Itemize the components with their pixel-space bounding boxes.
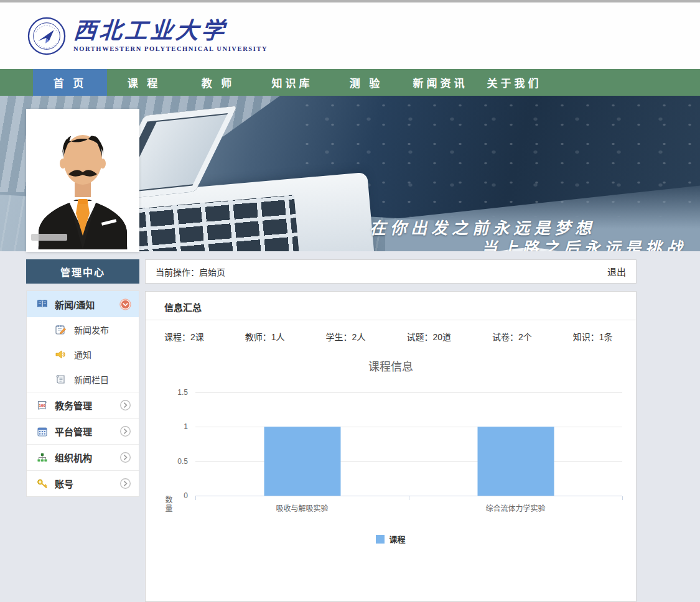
sidebar-item-account[interactable]: 账号 — [27, 470, 139, 496]
chart-gridline — [195, 392, 622, 393]
nav-item-news[interactable]: 新闻资讯 — [403, 69, 477, 96]
university-logo[interactable]: 西北工业大学 NORTHWESTERN POLYTECHNICAL UNIVER… — [27, 17, 268, 55]
key-icon — [36, 478, 49, 490]
stat-students: 学生：2人 — [326, 330, 366, 343]
course-chart: 课程信息 数量 00.511.5 吸收与解吸实验综合流体力学实验 课程 — [146, 349, 636, 545]
avatar-watermark — [31, 234, 67, 241]
sidebar-subitem-label: 通知 — [74, 348, 139, 361]
nav-item-courses[interactable]: 课 程 — [107, 69, 181, 96]
legend-swatch — [376, 535, 385, 544]
chart-gridline — [195, 427, 622, 427]
speaker-icon — [54, 348, 67, 361]
chart-ytick-label: 1 — [184, 422, 188, 431]
sidebar-subitem-label: 新闻栏目 — [74, 373, 139, 386]
sidebar-item-organization[interactable]: 组织机构 — [27, 444, 139, 470]
chart-bar[interactable] — [477, 427, 554, 496]
chart-title: 课程信息 — [146, 358, 636, 384]
scroll-icon — [54, 373, 67, 386]
chart-xtick — [195, 496, 196, 500]
document-100-icon: 100 — [36, 399, 49, 412]
sidebar-item-label: 平台管理 — [55, 425, 119, 438]
summary-panel: 信息汇总 课程：2课 教师：1人 学生：2人 试题：20道 试卷：2个 知识：1… — [145, 291, 637, 602]
user-avatar — [26, 109, 139, 252]
admin-center-header: 管理中心 — [26, 259, 139, 284]
page: 西北工业大学 NORTHWESTERN POLYTECHNICAL UNIVER… — [0, 0, 700, 602]
main-nav: 首 页 课 程 教 师 知识库 测 验 新闻资讯 关于我们 — [0, 69, 700, 96]
sidebar-item-academic-management[interactable]: 100 教务管理 — [27, 392, 139, 418]
chevron-right-circle-icon — [119, 478, 131, 489]
sidebar-subitem-label: 新闻发布 — [74, 323, 139, 336]
chart-ytick-label: 0 — [184, 491, 188, 500]
stat-questions: 试题：20道 — [406, 330, 451, 343]
summary-stats: 课程：2课 教师：1人 学生：2人 试题：20道 试卷：2个 知识：1条 — [146, 320, 636, 349]
nav-item-teachers[interactable]: 教 师 — [181, 69, 255, 96]
content-area: 管理中心 新闻/通知 — [0, 251, 700, 602]
stat-papers: 试卷：2个 — [492, 330, 532, 343]
current-operation-text: 当前操作：启始页 — [156, 266, 225, 278]
university-name-en: NORTHWESTERN POLYTECHNICAL UNIVERSITY — [73, 45, 268, 52]
chart-xlabels: 吸收与解吸实验综合流体力学实验 — [195, 502, 622, 513]
sidebar-menu: 新闻/通知 新闻发布 — [26, 290, 139, 497]
stat-courses: 课程：2课 — [164, 330, 204, 343]
chart-xtick — [409, 496, 409, 500]
banner-slogan-line2: 当上路之后永远是挑战 — [481, 235, 686, 251]
stat-knowledge: 知识：1条 — [573, 330, 613, 343]
university-name-cn: 西北工业大学 — [73, 19, 269, 42]
chevron-right-circle-icon — [119, 425, 131, 437]
calendar-grid-icon — [36, 425, 49, 438]
chart-bar[interactable] — [264, 427, 340, 496]
nav-item-about-us[interactable]: 关于我们 — [477, 69, 551, 96]
avatar-illustration-icon — [31, 111, 134, 249]
chart-legend[interactable]: 课程 — [146, 533, 636, 545]
chart-gridline — [195, 461, 622, 462]
chart-yaxis-title: 数量 — [163, 496, 174, 513]
site-header: 西北工业大学 NORTHWESTERN POLYTECHNICAL UNIVER… — [0, 2, 700, 69]
stat-teachers: 教师：1人 — [245, 330, 285, 343]
sidebar-item-label: 组织机构 — [55, 451, 119, 464]
open-book-icon — [36, 298, 49, 310]
chart-category-label: 综合流体力学实验 — [409, 502, 622, 513]
nav-item-tests[interactable]: 测 验 — [329, 69, 403, 96]
university-emblem-icon — [27, 17, 66, 55]
sidebar-subitem-notice[interactable]: 通知 — [27, 342, 139, 367]
operation-bar: 当前操作：启始页 退出 — [145, 259, 637, 284]
chart-ytick-label: 0.5 — [177, 457, 188, 466]
legend-label: 课程 — [389, 533, 405, 545]
sidebar-subitem-news-publish[interactable]: 新闻发布 — [27, 317, 139, 342]
chart-ytick-label: 1.5 — [177, 388, 188, 397]
nav-item-knowledge-base[interactable]: 知识库 — [255, 69, 329, 96]
summary-title: 信息汇总 — [146, 292, 636, 320]
sidebar-item-label: 账号 — [55, 477, 119, 490]
chevron-down-circle-icon — [119, 299, 131, 310]
logout-button[interactable]: 退出 — [607, 265, 626, 278]
nav-item-home[interactable]: 首 页 — [33, 69, 107, 96]
svg-text:100: 100 — [39, 402, 46, 407]
chart-category-label: 吸收与解吸实验 — [195, 502, 409, 513]
sidebar-item-platform-management[interactable]: 平台管理 — [27, 418, 139, 444]
org-chart-icon — [36, 452, 49, 464]
chevron-right-circle-icon — [119, 399, 131, 411]
sidebar-subitem-news-column[interactable]: 新闻栏目 — [27, 367, 139, 392]
sidebar-item-label: 教务管理 — [55, 399, 119, 412]
chart-plot: 00.511.5 — [195, 392, 622, 496]
sidebar-item-news-notice[interactable]: 新闻/通知 — [27, 291, 139, 317]
sidebar-item-label: 新闻/通知 — [55, 298, 119, 311]
chart-xtick — [622, 496, 623, 500]
chevron-right-circle-icon — [119, 452, 131, 463]
main-column: 当前操作：启始页 退出 信息汇总 课程：2课 教师：1人 学生：2人 试题：20… — [145, 259, 637, 602]
notepad-pencil-icon — [54, 323, 67, 336]
sidebar: 管理中心 新闻/通知 — [26, 259, 139, 497]
